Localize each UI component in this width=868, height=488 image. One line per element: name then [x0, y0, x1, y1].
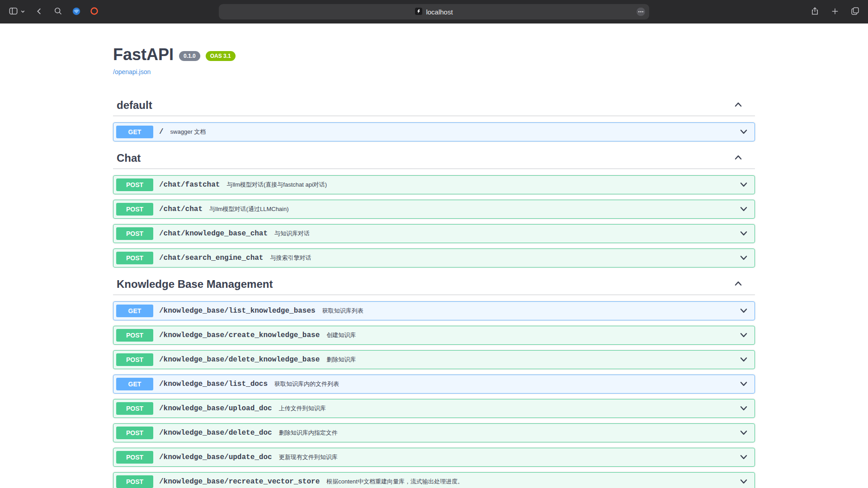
method-badge: POST [116, 227, 153, 240]
expand-endpoint-button[interactable] [739, 476, 749, 488]
expand-endpoint-button[interactable] [739, 127, 749, 138]
endpoint-row[interactable]: POST /chat/fastchat 与llm模型对话(直接与fastchat… [113, 175, 755, 194]
method-badge: GET [116, 126, 153, 138]
expand-endpoint-button[interactable] [739, 330, 749, 341]
endpoint-description: 与知识库对话 [274, 230, 310, 238]
method-badge: POST [116, 475, 153, 488]
thunderbird-app-button[interactable] [72, 7, 81, 17]
expand-endpoint-button[interactable] [739, 379, 749, 390]
expand-endpoint-button[interactable] [739, 228, 749, 239]
expand-endpoint-button[interactable] [739, 253, 749, 264]
endpoint-description: 与搜索引擎对话 [270, 254, 311, 262]
endpoint-path: /knowledge_base/upload_doc [159, 404, 272, 413]
endpoint-description: 删除知识库内指定文件 [279, 429, 338, 437]
endpoint-row[interactable]: GET /knowledge_base/list_docs 获取知识库内的文件列… [113, 375, 755, 394]
endpoint-path: /chat/search_engine_chat [159, 254, 263, 262]
endpoint-path: /knowledge_base/update_doc [159, 453, 272, 461]
share-button[interactable] [810, 6, 820, 17]
chevron-left-icon [34, 6, 44, 18]
endpoint-row[interactable]: GET / swagger 文档 [113, 122, 755, 141]
chevron-down-icon [20, 9, 25, 15]
endpoint-path: /knowledge_base/recreate_vector_store [159, 478, 320, 486]
section-body: POST /chat/fastchat 与llm模型对话(直接与fastchat… [113, 169, 755, 267]
chevron-down-icon [739, 330, 749, 341]
chevron-down-icon [739, 127, 749, 138]
expand-endpoint-button[interactable] [739, 179, 749, 191]
endpoint-description: 创建知识库 [326, 331, 356, 339]
endpoint-description: 获取知识库列表 [322, 307, 363, 315]
endpoint-row[interactable]: POST /knowledge_base/recreate_vector_sto… [113, 472, 755, 488]
chevron-up-icon [733, 100, 743, 111]
back-button[interactable] [34, 6, 44, 18]
page-settings-icon[interactable] [637, 8, 645, 16]
endpoint-row[interactable]: POST /chat/knowledge_base_chat 与知识库对话 [113, 224, 755, 243]
section-header[interactable]: Knowledge Base Management [113, 274, 755, 295]
api-title: FastAPI [113, 45, 174, 64]
expand-endpoint-button[interactable] [739, 305, 749, 317]
sidebar-menu-chevron-button[interactable] [20, 9, 25, 15]
method-badge: GET [116, 378, 153, 390]
method-badge: POST [116, 451, 153, 464]
tabs-overview-icon [850, 6, 860, 17]
chevron-down-icon [739, 427, 749, 439]
method-badge: POST [116, 329, 153, 342]
endpoint-description: swagger 文档 [170, 128, 206, 136]
openapi-spec-link[interactable]: /openapi.json [113, 68, 151, 75]
endpoint-row[interactable]: POST /chat/search_engine_chat 与搜索引擎对话 [113, 249, 755, 267]
api-section: default GET / swagger 文档 [113, 95, 755, 141]
section-body: GET /knowledge_base/list_knowledge_bases… [113, 295, 755, 488]
search-icon [53, 6, 63, 17]
browser-toolbar: localhost [0, 0, 868, 23]
endpoint-path: /knowledge_base/delete_doc [159, 429, 272, 437]
collapse-section-button[interactable] [733, 279, 743, 290]
section-header[interactable]: Chat [113, 148, 755, 169]
chevron-down-icon [739, 305, 749, 317]
thunderbird-icon [72, 7, 81, 17]
endpoint-path: /knowledge_base/list_docs [159, 380, 268, 388]
new-tab-button[interactable] [830, 7, 840, 17]
endpoint-path: /chat/chat [159, 205, 203, 213]
address-bar[interactable]: localhost [219, 4, 649, 19]
endpoint-row[interactable]: POST /knowledge_base/delete_knowledge_ba… [113, 350, 755, 369]
endpoint-path: /chat/knowledge_base_chat [159, 230, 268, 238]
chevron-down-icon [739, 403, 749, 414]
expand-endpoint-button[interactable] [739, 427, 749, 439]
expand-endpoint-button[interactable] [739, 204, 749, 215]
endpoint-row[interactable]: POST /knowledge_base/delete_doc 删除知识库内指定… [113, 423, 755, 442]
method-badge: POST [116, 427, 153, 439]
site-favicon [415, 8, 422, 16]
endpoint-path: / [159, 128, 164, 136]
method-badge: POST [116, 178, 153, 191]
section-body: GET / swagger 文档 [113, 116, 755, 141]
method-badge: POST [116, 252, 153, 264]
endpoint-description: 上传文件到知识库 [279, 404, 326, 413]
endpoint-row[interactable]: POST /knowledge_base/create_knowledge_ba… [113, 326, 755, 345]
endpoint-path: /chat/fastchat [159, 181, 220, 189]
endpoint-row[interactable]: POST /knowledge_base/upload_doc 上传文件到知识库 [113, 399, 755, 418]
recording-ring-button[interactable] [90, 7, 99, 17]
share-icon [810, 6, 820, 17]
expand-endpoint-button[interactable] [739, 452, 749, 463]
collapse-section-button[interactable] [733, 100, 743, 111]
method-badge: GET [116, 305, 153, 317]
method-badge: POST [116, 402, 153, 415]
endpoint-row[interactable]: POST /chat/chat 与llm模型对话(通过LLMChain) [113, 200, 755, 219]
tab-overview-button[interactable] [850, 6, 860, 17]
endpoint-row[interactable]: POST /knowledge_base/update_doc 更新现有文件到知… [113, 448, 755, 467]
section-header[interactable]: default [113, 95, 755, 116]
page-content: FastAPI 0.1.0 OAS 3.1 /openapi.json defa… [0, 23, 868, 488]
search-button[interactable] [53, 6, 63, 17]
api-section: Chat POST /chat/fastchat 与llm模型对话(直接与fas… [113, 148, 755, 267]
endpoint-row[interactable]: GET /knowledge_base/list_knowledge_bases… [113, 301, 755, 320]
chevron-down-icon [739, 253, 749, 264]
sidebar-toggle-button[interactable] [8, 6, 19, 18]
endpoint-path: /knowledge_base/create_knowledge_base [159, 331, 320, 339]
expand-endpoint-button[interactable] [739, 403, 749, 414]
section-title: Knowledge Base Management [117, 277, 273, 291]
method-badge: POST [116, 203, 153, 216]
chevron-up-icon [733, 153, 743, 164]
plus-icon [830, 7, 840, 17]
endpoint-description: 删除知识库 [326, 356, 356, 364]
collapse-section-button[interactable] [733, 153, 743, 164]
expand-endpoint-button[interactable] [739, 354, 749, 366]
